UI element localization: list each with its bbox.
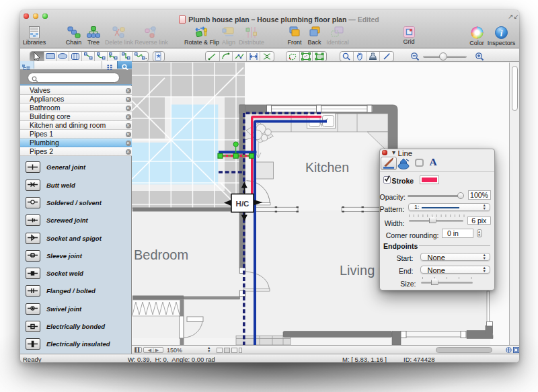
svg-text:i: i (500, 28, 503, 38)
svg-text:H/C: H/C (236, 200, 249, 208)
svg-text:Kitchen: Kitchen (305, 160, 349, 175)
svg-text:Bedroom: Bedroom (134, 247, 188, 262)
